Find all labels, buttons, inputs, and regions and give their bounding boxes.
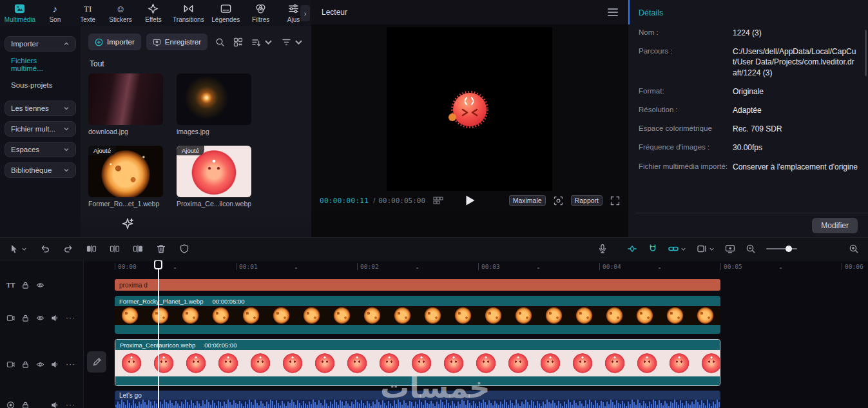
mirror-screen-icon[interactable] xyxy=(725,244,735,254)
record-button[interactable]: Enregistrer xyxy=(146,34,207,50)
search-icon[interactable] xyxy=(215,37,225,47)
nav-expand-button[interactable]: › xyxy=(300,5,310,21)
clip-duration: 00:00:05:00 xyxy=(212,298,244,305)
sidebar-item-fichiers-multimedia[interactable]: Fichiers multimé... xyxy=(5,59,76,70)
sidebar-item-importer[interactable]: Importer xyxy=(5,36,76,52)
video-clip-former-rocky-planet[interactable]: Former_Rocky_Planet_1.webp 00:00:05:00 xyxy=(115,296,720,334)
mute-icon[interactable] xyxy=(51,360,59,369)
chevron-down-icon[interactable] xyxy=(709,246,715,252)
delete-icon[interactable] xyxy=(156,244,166,254)
focus-crop-icon[interactable] xyxy=(554,196,563,206)
details-fields: Nom : 1224 (3) Parcours : C:/Users/dell/… xyxy=(628,17,868,172)
mute-icon[interactable] xyxy=(51,314,59,322)
tab-label: Effets xyxy=(145,16,161,23)
media-thumbnail[interactable]: Ajouté xyxy=(88,146,163,197)
lock-icon[interactable] xyxy=(21,360,30,369)
text-clip[interactable]: proxima d xyxy=(115,279,720,291)
media-item[interactable]: images.jpg xyxy=(177,73,251,135)
mask-icon[interactable] xyxy=(179,244,189,254)
mute-icon[interactable] xyxy=(51,401,59,408)
tab-texte[interactable]: TI Texte xyxy=(72,0,104,26)
tab-effets[interactable]: Effets xyxy=(137,0,170,26)
playhead-line[interactable] xyxy=(158,269,159,408)
scrollbar[interactable] xyxy=(865,30,867,76)
redo-icon[interactable] xyxy=(63,244,73,254)
player-menu-icon[interactable] xyxy=(608,8,618,16)
tab-label: Son xyxy=(49,16,61,23)
track-more-icon[interactable]: ··· xyxy=(66,313,75,322)
chevron-down-icon[interactable] xyxy=(680,246,686,252)
detail-field-value: 1224 (3) xyxy=(733,28,858,38)
snap-magnet-icon[interactable] xyxy=(648,244,658,254)
eye-icon[interactable] xyxy=(36,360,44,369)
view-grid-icon[interactable] xyxy=(233,37,243,47)
media-item[interactable]: download.jpg xyxy=(88,73,163,135)
track-more-icon[interactable]: ··· xyxy=(66,360,75,369)
detail-field-value: Adaptée xyxy=(733,105,858,115)
cursor-tool-icon[interactable] xyxy=(9,244,19,254)
split-icon[interactable] xyxy=(110,244,120,254)
link-clips-icon[interactable] xyxy=(668,244,679,254)
zoom-in-icon[interactable] xyxy=(849,244,859,254)
fullscreen-icon[interactable] xyxy=(610,196,620,206)
sidebar-item-espaces[interactable]: Espaces xyxy=(5,142,76,157)
text-track-icon: TT xyxy=(6,282,15,289)
zoom-out-icon[interactable] xyxy=(746,244,756,254)
lock-icon[interactable] xyxy=(21,281,30,289)
media-item[interactable]: Ajouté Proxima_Ce...ilcon.webp xyxy=(177,146,251,208)
eye-icon[interactable] xyxy=(36,314,44,322)
chevron-down-icon[interactable] xyxy=(21,246,27,252)
media-thumbnail[interactable]: Ajouté xyxy=(177,146,251,197)
filter-icon[interactable] xyxy=(282,37,291,47)
split-right-icon[interactable] xyxy=(133,244,143,254)
sidebar-item-fichier-mult[interactable]: Fichier mult... xyxy=(5,121,76,137)
eye-icon[interactable] xyxy=(36,281,44,289)
audio-track-header: ··· xyxy=(0,400,84,408)
frame-grid-icon[interactable] xyxy=(433,197,443,204)
tab-multimedia[interactable]: Multimédia xyxy=(1,0,39,26)
preview-range-icon[interactable] xyxy=(697,244,707,254)
video-clip-proxima-centauri[interactable]: Proxima_CentaurIcon.webp 00:00:05:00 xyxy=(115,339,720,386)
video-preview[interactable] xyxy=(387,27,552,191)
ai-sparkle-icon[interactable] xyxy=(121,217,135,231)
quality-chip[interactable]: Maximale xyxy=(509,195,546,206)
edit-clip-button[interactable] xyxy=(87,351,106,373)
sidebar-item-bibliotheque[interactable]: Bibliothèque xyxy=(5,162,76,178)
detail-field-label: Espace colorimétrique xyxy=(639,124,730,134)
sidebar-item-sous-projets[interactable]: Sous-projets xyxy=(5,80,76,90)
media-thumbnail[interactable] xyxy=(177,73,251,125)
tab-filtres[interactable]: Filtres xyxy=(244,0,277,26)
clip-filmstrip xyxy=(115,306,720,325)
added-badge: Ajouté xyxy=(88,146,116,155)
sidebar-item-les-tiennes[interactable]: Les tiennes xyxy=(5,101,76,116)
media-thumbnail[interactable] xyxy=(88,73,163,125)
media-section-title: Tout xyxy=(81,50,311,68)
split-left-icon[interactable] xyxy=(86,244,97,254)
undo-icon[interactable] xyxy=(40,244,50,254)
play-button[interactable] xyxy=(463,193,477,208)
time-ruler[interactable]: 00:0000:0100:0200:0300:0400:0500:06 xyxy=(84,260,868,273)
playhead-handle[interactable] xyxy=(154,260,162,269)
tab-son[interactable]: ♪ Son xyxy=(39,0,72,26)
chevron-down-icon xyxy=(63,126,70,132)
chevron-down-icon xyxy=(264,37,273,47)
tab-legendes[interactable]: Légendes xyxy=(207,0,244,26)
sort-icon[interactable] xyxy=(251,37,261,47)
video-track-1-header: ··· xyxy=(0,313,84,323)
audio-clip[interactable]: Let's go xyxy=(115,391,720,408)
keyframe-icon[interactable] xyxy=(627,244,637,254)
text-clip-label: proxima d xyxy=(119,282,148,289)
microphone-icon[interactable] xyxy=(597,244,608,254)
ratio-chip[interactable]: Rapport xyxy=(571,195,603,206)
tab-transitions[interactable]: Transitions xyxy=(169,0,207,26)
import-button[interactable]: Importer xyxy=(88,34,141,50)
lock-icon[interactable] xyxy=(21,314,30,322)
tab-label: Multimédia xyxy=(5,16,35,23)
clip-duration: 00:00:05:00 xyxy=(204,342,236,349)
tab-stickers[interactable]: ☺ Stickers xyxy=(104,0,137,26)
track-more-icon[interactable]: ··· xyxy=(66,400,75,408)
lock-icon[interactable] xyxy=(21,401,30,408)
modify-button[interactable]: Modifier xyxy=(812,218,858,233)
timeline-zoom-slider[interactable] xyxy=(766,244,797,253)
media-item[interactable]: Ajouté Former_Ro...et_1.webp xyxy=(88,146,163,208)
